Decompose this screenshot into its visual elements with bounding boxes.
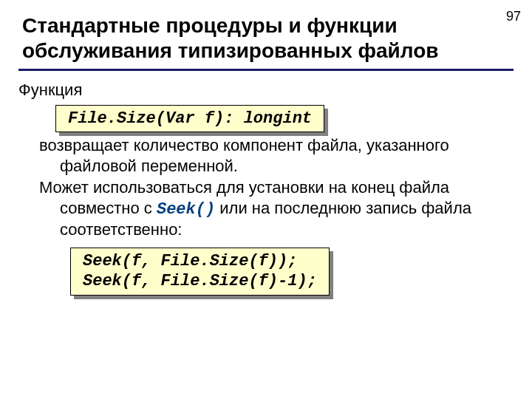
- title-underline: [18, 69, 514, 71]
- code-box-1: File.Size(Var f): longint: [55, 105, 324, 133]
- intro-text: Функция: [18, 80, 514, 100]
- code2-line1: Seek(f, File.Size(f));: [83, 252, 297, 270]
- slide-title: Стандартные процедуры и функции обслужив…: [0, 0, 532, 69]
- title-line-1: Стандартные процедуры и функции: [22, 14, 398, 37]
- slide-body: Функция File.Size(Var f): longint возвра…: [0, 80, 532, 299]
- code2-line2: Seek(f, File.Size(f)-1);: [83, 272, 317, 290]
- code-box-2: Seek(f, File.Size(f)); Seek(f, File.Size…: [70, 248, 330, 296]
- seek-inline: Seek(): [157, 200, 215, 219]
- title-line-2: обслуживания типизированных файлов: [22, 39, 439, 62]
- page-number: 97: [506, 9, 521, 24]
- description-1: возвращает количество компонент файла, у…: [39, 135, 514, 176]
- code-content-2: Seek(f, File.Size(f)); Seek(f, File.Size…: [70, 248, 330, 296]
- description-2: Может использоваться для установки на ко…: [39, 177, 514, 240]
- code-content-1: File.Size(Var f): longint: [55, 105, 324, 133]
